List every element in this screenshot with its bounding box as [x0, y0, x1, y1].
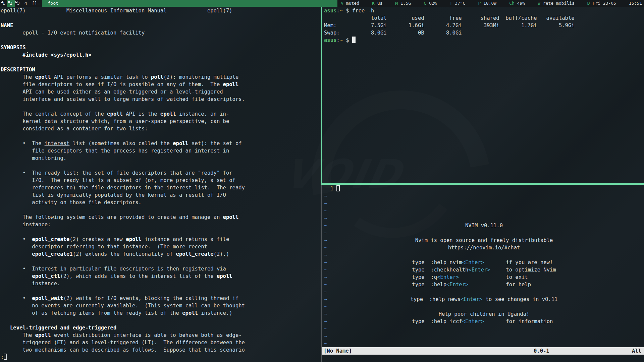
text-segment: (2) creates a new	[69, 236, 126, 242]
status-key: W	[538, 1, 540, 6]
status-segment: M 1.5G	[395, 0, 411, 7]
top-bar: 1234 []= foot V mutedK usM 1.5GC 02%T 37…	[0, 0, 644, 7]
nvim-buffer: 1 ~~~~~NVIM v0.11.0~~Nvim is open source…	[324, 185, 644, 347]
text-segment: •	[1, 295, 32, 301]
text-segment: type :checkhealth	[412, 267, 468, 273]
tilde-marker: ~	[324, 200, 327, 206]
text-segment: The central concept of the	[1, 111, 107, 117]
manpage-pane[interactable]: epoll(7) Miscellaneous Information Manua…	[0, 7, 321, 362]
workspace-indicator	[15, 1, 17, 3]
text-segment: epoll	[35, 74, 51, 80]
tilde-marker: ~	[324, 282, 327, 288]
text-segment: kernel data structure which, from a user…	[1, 118, 229, 124]
text-segment: <Enter>	[437, 274, 459, 280]
man-line: of as fetching items from the ready list…	[1, 309, 321, 317]
workspace-button-1[interactable]: 1	[0, 0, 7, 7]
man-line: I/O. The ready list is a subset of (or, …	[1, 177, 321, 184]
man-line: monitoring.	[1, 155, 321, 162]
text-segment: NVIM v0.11.0	[465, 223, 503, 229]
text-segment: <Enter>	[461, 296, 482, 302]
workspace-button-4[interactable]: 4	[22, 0, 30, 7]
text-segment: type :help	[412, 282, 446, 288]
nvim-row: ~Help poor children in Uganda!	[324, 310, 644, 318]
tilde-marker: ~	[324, 311, 327, 317]
text-segment: file descriptors to see if I/O is possib…	[1, 81, 223, 87]
status-segment: T 37°C	[449, 0, 465, 7]
man-line: epoll - I/O event notification facility	[1, 29, 321, 37]
tilde-marker: ~	[324, 193, 327, 199]
tilde-marker: ~	[324, 245, 327, 251]
status-key: D	[587, 1, 590, 6]
desktop: VOID 1234 []= foot V mutedK usM 1.5GC 02…	[0, 0, 644, 362]
layout-symbol[interactable]: []=	[30, 0, 42, 7]
cursor-hollow	[4, 354, 7, 360]
text-segment: (2) extends the functionality of	[73, 251, 176, 257]
tilde-marker: ~	[324, 215, 327, 221]
nvim-intro-line: type :help<Enter> for help	[412, 281, 556, 288]
text-segment: The	[1, 74, 35, 80]
nvim-row: ~	[324, 340, 644, 347]
man-line	[1, 228, 321, 236]
text-segment: • Interest in particular file descriptor…	[1, 266, 226, 272]
text-segment: <Enter>	[462, 259, 484, 265]
man-line: • The ready list: the set of file descri…	[1, 169, 321, 177]
status-value: Fri 23-05	[590, 1, 616, 6]
text-segment: if you are new!	[484, 259, 556, 265]
text-segment: <Enter>	[468, 267, 490, 273]
status-key: M	[395, 1, 398, 6]
text-segment: event distribution interface is able to …	[51, 332, 241, 338]
nvim-pane[interactable]: 1 ~~~~~NVIM v0.11.0~~Nvim is open source…	[322, 185, 644, 362]
nvim-intro-line: type :help news<Enter> to see changes in…	[411, 296, 558, 303]
status-segment: Ch 49%	[509, 0, 525, 7]
status-segment: W rete mobilis	[538, 0, 575, 7]
text-segment: epoll_create1	[32, 251, 72, 257]
text-segment: asus	[324, 8, 336, 14]
nvim-row: ~	[324, 192, 644, 200]
text-segment: <Enter>	[462, 318, 484, 324]
man-line: references to) the file descriptors in t…	[1, 184, 321, 191]
man-line: The epoll event distribution interface i…	[1, 331, 321, 339]
man-line: kernel data structure which, from a user…	[1, 118, 321, 125]
workspace-indicator	[1, 1, 3, 3]
clock: 15:51	[629, 0, 642, 7]
nvim-ruler: 0,0-1	[534, 347, 549, 355]
text-segment: file descriptors that the process has re…	[1, 148, 229, 154]
status-value: 37°C	[452, 1, 465, 6]
text-segment: Swap: 8.0Gi 0B 8.0Gi	[324, 30, 462, 36]
text-segment: ~	[340, 8, 343, 14]
man-line: • The interest list (sometimes also call…	[1, 140, 321, 147]
terminal-pane[interactable]: asus:~ $ free -h total used free shared …	[322, 7, 644, 183]
text-segment: epoll	[223, 214, 239, 220]
tilde-marker: ~	[324, 252, 327, 258]
text-segment: $ free -h	[343, 8, 374, 14]
nvim-row: ~Nvim is open source and freely distribu…	[324, 237, 644, 244]
workspace-button-3[interactable]: 3	[15, 0, 22, 7]
nvim-row: ~	[324, 215, 644, 222]
text-segment: for help	[468, 282, 556, 288]
tilde-marker: ~	[324, 296, 327, 302]
tilde-marker: ~	[324, 304, 327, 310]
text-segment: epoll	[217, 273, 232, 279]
line-number: 1	[324, 186, 336, 192]
status-key: V	[341, 1, 343, 6]
text-segment: <Enter>	[446, 282, 468, 288]
text-segment	[1, 52, 22, 58]
man-line: The following system calls are provided …	[1, 214, 321, 221]
text-segment: The following system calls are provided …	[1, 214, 223, 220]
text-segment: API is the	[123, 111, 160, 117]
text-segment: https://neovim.io/#chat	[448, 245, 520, 251]
man-line: • epoll_create(2) creates a new epoll in…	[1, 236, 321, 243]
workspace-button-2[interactable]: 2	[7, 0, 15, 7]
text-segment	[1, 325, 10, 331]
text-segment: API performs a similar task to	[51, 74, 151, 80]
text-segment: epoll	[126, 236, 142, 242]
man-line: SYNOPSIS	[1, 44, 321, 51]
man-line	[1, 287, 321, 295]
text-segment: triggered (ET) and as level-triggered (L…	[1, 340, 245, 346]
nvim-intro-line: NVIM v0.11.0	[465, 222, 503, 229]
text-segment: list is dynamically populated by the ker…	[1, 192, 226, 198]
nvim-intro-line: type :help iccf<Enter> for information	[412, 318, 556, 325]
text-segment: • The	[1, 170, 45, 176]
workspace-list: 1234	[0, 0, 30, 7]
terminal-content: asus:~ $ free -h total used free shared …	[324, 7, 644, 44]
